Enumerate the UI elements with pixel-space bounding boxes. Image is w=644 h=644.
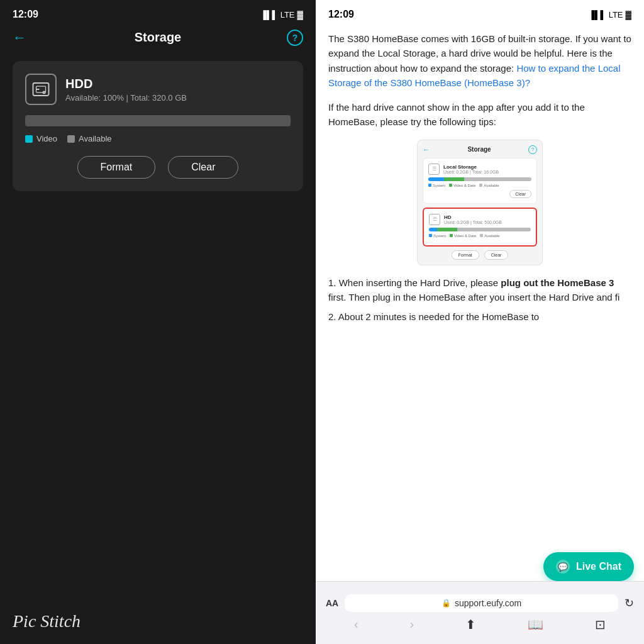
ss-available-dot xyxy=(479,184,482,187)
watermark: Pic Stitch xyxy=(13,611,80,631)
ss-hd-icon: ☰ xyxy=(429,214,440,225)
step1-text-b: first. Then plug in the HomeBase after y… xyxy=(328,292,619,303)
ss-legend-system: System xyxy=(428,184,445,187)
page-title: Storage xyxy=(135,30,181,45)
ss-legend-video-date: Video & Date xyxy=(449,184,475,187)
ss-local-storage-title: Local Storage xyxy=(443,164,499,170)
legend-video: Video xyxy=(25,134,57,143)
legend-available: Available xyxy=(67,134,112,143)
ss-bar-system xyxy=(428,177,444,181)
action-buttons: Format Clear xyxy=(25,156,291,179)
ss-local-storage-card: ☰ Local Storage Used: 0.2GB | Total: 16.… xyxy=(423,158,537,204)
ss-hd-legend-system: System xyxy=(429,234,446,238)
status-time-right: 12:09 xyxy=(328,9,354,20)
tabs-button[interactable]: ⊡ xyxy=(595,617,606,632)
ss-bar-available xyxy=(464,177,531,181)
ss-legend-local: System Video & Date Available xyxy=(428,184,531,187)
svg-point-2 xyxy=(43,91,45,94)
ss-hd-legend-available: Available xyxy=(480,234,499,238)
article-step-1: 1. When inserting the Hard Drive, please… xyxy=(328,275,631,305)
signal-icon-left: ▐▌▌ xyxy=(260,10,278,19)
storage-bar xyxy=(25,115,291,126)
status-time-left: 12:09 xyxy=(13,9,38,20)
lte-label-right: LTE xyxy=(609,10,623,19)
article-paragraph-1: The S380 HomeBase comes with 16GB of bui… xyxy=(328,31,631,90)
hdd-info: HDD Available: 100% | Total: 320.0 GB xyxy=(65,77,187,103)
live-chat-button[interactable]: 💬 Live Chat xyxy=(543,552,634,581)
bookmarks-button[interactable]: 📖 xyxy=(528,617,543,632)
back-nav-button[interactable]: ‹ xyxy=(354,617,358,632)
live-chat-label: Live Chat xyxy=(576,561,621,572)
ss-hd-video-label: Video & Date xyxy=(454,234,476,238)
ss-nav: ← Storage ? xyxy=(423,145,537,154)
ss-hd-system-label: System xyxy=(433,234,446,238)
lock-icon: 🔒 xyxy=(441,599,451,608)
ss-hd-bar-available xyxy=(457,228,531,231)
ss-system-label: System xyxy=(433,184,445,187)
share-button[interactable]: ⬆ xyxy=(465,617,476,632)
status-icons-left: ▐▌▌ LTE ▓ xyxy=(260,10,303,19)
ss-hd-bar xyxy=(429,228,531,231)
article-step-2: 2. About 2 minutes is needed for the Hom… xyxy=(328,309,631,324)
ss-local-bar xyxy=(428,177,531,181)
ss-clear-btn[interactable]: Clear xyxy=(509,190,531,198)
article-content: The S380 HomeBase comes with 16GB of bui… xyxy=(316,25,644,644)
live-chat-icon: 💬 xyxy=(556,560,570,574)
ss-system-dot xyxy=(428,184,431,187)
ss-hd-info: HD Used: 0.2GB | Total: 500.0GB xyxy=(444,214,502,225)
ss-hd-bar-system xyxy=(429,228,437,231)
format-button[interactable]: Format xyxy=(77,156,156,179)
ss-local-storage-details: Used: 0.2GB | Total: 16.0GB xyxy=(443,170,499,174)
ss-nav-title: Storage xyxy=(430,146,528,153)
left-panel: 12:09 ▐▌▌ LTE ▓ ← Storage ? HDD xyxy=(0,0,316,644)
ss-hd-available-label: Available xyxy=(484,234,499,238)
forward-nav-button[interactable]: › xyxy=(410,617,414,632)
hdd-title: HDD xyxy=(65,77,187,91)
clear-button[interactable]: Clear xyxy=(168,156,238,179)
ss-clear-btn2[interactable]: Clear xyxy=(484,250,509,260)
ss-local-storage-info: Local Storage Used: 0.2GB | Total: 16.0G… xyxy=(443,164,499,174)
hdd-icon xyxy=(25,74,57,105)
ss-hd-legend-video: Video & Date xyxy=(450,234,476,238)
ss-help-icon: ? xyxy=(528,145,537,154)
ss-hd-details: Used: 0.2GB | Total: 500.0GB xyxy=(444,220,502,225)
url-text: support.eufy.com xyxy=(455,598,521,608)
ss-video-date-label: Video & Date xyxy=(453,184,475,187)
status-icons-right: ▐▌▌ LTE ▓ xyxy=(589,10,631,19)
nav-bar: ← Storage ? xyxy=(0,25,316,55)
ss-hd-bar-video xyxy=(437,228,457,231)
url-bar-row: AA 🔒 support.eufy.com ↻ xyxy=(316,594,644,612)
ss-btn-row: Format Clear xyxy=(423,250,537,260)
help-button[interactable]: ? xyxy=(287,30,303,46)
url-bar[interactable]: 🔒 support.eufy.com xyxy=(345,594,618,612)
ss-hd-card: ☰ HD Used: 0.2GB | Total: 500.0GB xyxy=(423,208,537,247)
status-bar-left: 12:09 ▐▌▌ LTE ▓ xyxy=(0,0,316,25)
aa-button[interactable]: AA xyxy=(326,598,338,608)
question-mark-icon: ? xyxy=(292,33,298,43)
ss-hd-available-dot xyxy=(480,234,483,237)
hard-drive-icon xyxy=(31,80,50,99)
right-panel: 12:09 ▐▌▌ LTE ▓ The S380 HomeBase comes … xyxy=(316,0,644,644)
ss-back-icon: ← xyxy=(423,145,430,154)
storage-card: HDD Available: 100% | Total: 320.0 GB Vi… xyxy=(13,61,303,191)
ss-hd-system-dot xyxy=(429,234,432,237)
ss-hd-video-dot xyxy=(450,234,453,237)
ss-video-date-dot xyxy=(449,184,452,187)
ss-legend-hd: System Video & Date Available xyxy=(429,234,531,238)
ss-legend-available: Available xyxy=(479,184,499,187)
hdd-details: Available: 100% | Total: 320.0 GB xyxy=(65,93,187,103)
reload-button[interactable]: ↻ xyxy=(625,596,634,610)
ss-hd-title: HD xyxy=(444,214,502,220)
browser-nav-row: ‹ › ⬆ 📖 ⊡ xyxy=(316,617,644,632)
back-button[interactable]: ← xyxy=(13,30,26,46)
legend-video-label: Video xyxy=(36,134,57,143)
legend-row: Video Available xyxy=(25,134,291,143)
signal-icon-right: ▐▌▌ xyxy=(589,10,606,19)
legend-available-label: Available xyxy=(79,134,112,143)
ss-local-storage-icon: ☰ xyxy=(428,164,440,175)
video-dot xyxy=(25,135,33,143)
ss-format-btn[interactable]: Format xyxy=(452,250,479,260)
screenshot-preview: ← Storage ? ☰ Local Storage Used: 0.2GB … xyxy=(417,140,543,265)
step1-text-a: 1. When inserting the Hard Drive, please xyxy=(328,277,501,288)
status-bar-right: 12:09 ▐▌▌ LTE ▓ xyxy=(316,0,644,25)
